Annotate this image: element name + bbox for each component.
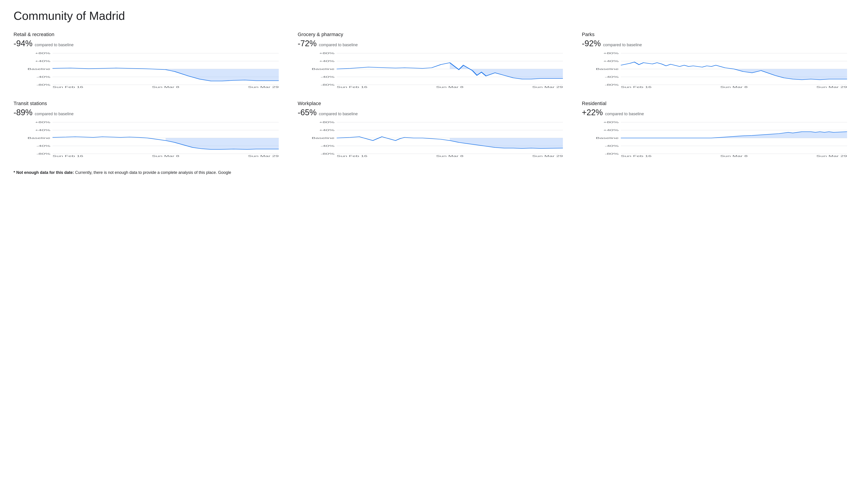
charts-grid: Retail & recreation-94%compared to basel… (13, 32, 853, 160)
svg-text:Sun Mar 29: Sun Mar 29 (248, 155, 279, 157)
svg-text:Sun Mar 29: Sun Mar 29 (817, 155, 847, 157)
svg-text:Sun Mar 8: Sun Mar 8 (720, 86, 748, 88)
chart-transit: +80%+40%Baseline-40%-80%Sun Feb 16Sun Ma… (13, 120, 284, 160)
svg-text:-40%: -40% (321, 145, 335, 147)
card-residential: Residential+22%compared to baseline+80%+… (582, 101, 853, 160)
footer-bold: * Not enough data for this date: (13, 170, 74, 175)
svg-text:+40%: +40% (603, 60, 619, 63)
stat-label-retail: compared to baseline (35, 43, 74, 47)
card-stat-residential: +22%compared to baseline (582, 108, 853, 117)
card-title-residential: Residential (582, 101, 853, 107)
stat-label-grocery: compared to baseline (319, 43, 358, 47)
svg-text:+80%: +80% (319, 121, 334, 124)
stat-label-workplace: compared to baseline (319, 112, 358, 116)
svg-text:Sun Mar 8: Sun Mar 8 (152, 155, 179, 157)
svg-text:+40%: +40% (35, 60, 50, 63)
svg-text:Baseline: Baseline (27, 137, 50, 139)
svg-text:Sun Mar 29: Sun Mar 29 (532, 155, 563, 157)
svg-text:+80%: +80% (603, 121, 619, 124)
svg-text:+80%: +80% (35, 52, 50, 55)
stat-value-workplace: -65% (298, 108, 317, 117)
svg-text:Sun Mar 8: Sun Mar 8 (720, 155, 748, 157)
svg-text:-40%: -40% (605, 145, 619, 147)
card-title-grocery: Grocery & pharmacy (298, 32, 568, 37)
svg-text:Sun Mar 8: Sun Mar 8 (436, 86, 464, 88)
card-grocery: Grocery & pharmacy-72%compared to baseli… (298, 32, 568, 91)
svg-text:+40%: +40% (319, 60, 334, 63)
svg-text:-80%: -80% (36, 153, 51, 155)
svg-text:-40%: -40% (321, 76, 335, 78)
stat-value-retail: -94% (13, 39, 32, 48)
chart-retail: +80%+40%Baseline-40%-80%Sun Feb 16Sun Ma… (13, 51, 284, 91)
card-stat-transit: -89%compared to baseline (13, 108, 284, 117)
card-workplace: Workplace-65%compared to baseline+80%+40… (298, 101, 568, 160)
stat-label-residential: compared to baseline (605, 112, 644, 116)
card-title-workplace: Workplace (298, 101, 568, 107)
card-title-retail: Retail & recreation (13, 32, 284, 37)
card-retail: Retail & recreation-94%compared to basel… (13, 32, 284, 91)
chart-parks: +80%+40%Baseline-40%-80%Sun Feb 16Sun Ma… (582, 51, 853, 91)
svg-text:Sun Mar 8: Sun Mar 8 (152, 86, 179, 88)
footer-note: * Not enough data for this date: Current… (13, 170, 853, 176)
page-title: Community of Madrid (13, 9, 853, 23)
svg-text:+80%: +80% (603, 52, 619, 55)
svg-text:+40%: +40% (603, 129, 619, 132)
footer-text: Currently, there is not enough data to p… (74, 170, 231, 175)
svg-text:Baseline: Baseline (596, 68, 619, 70)
svg-text:Sun Mar 8: Sun Mar 8 (436, 155, 464, 157)
svg-text:-80%: -80% (36, 83, 51, 86)
svg-text:Baseline: Baseline (27, 68, 50, 70)
svg-text:-80%: -80% (605, 153, 619, 155)
card-stat-grocery: -72%compared to baseline (298, 39, 568, 48)
svg-text:Sun Feb 16: Sun Feb 16 (337, 86, 367, 88)
svg-text:Sun Feb 16: Sun Feb 16 (53, 86, 83, 88)
svg-text:-80%: -80% (605, 83, 619, 86)
svg-text:+40%: +40% (35, 129, 50, 132)
svg-text:Sun Feb 16: Sun Feb 16 (621, 155, 652, 157)
svg-text:+80%: +80% (319, 52, 334, 55)
chart-grocery: +80%+40%Baseline-40%-80%Sun Feb 16Sun Ma… (298, 51, 568, 91)
svg-text:Baseline: Baseline (312, 137, 334, 139)
svg-text:-40%: -40% (36, 145, 51, 147)
stat-label-transit: compared to baseline (35, 112, 74, 116)
svg-text:-40%: -40% (605, 76, 619, 78)
card-stat-workplace: -65%compared to baseline (298, 108, 568, 117)
card-transit: Transit stations-89%compared to baseline… (13, 101, 284, 160)
stat-value-grocery: -72% (298, 39, 317, 48)
stat-label-parks: compared to baseline (603, 43, 642, 47)
card-stat-parks: -92%compared to baseline (582, 39, 853, 48)
chart-residential: +80%+40%Baseline-40%-80%Sun Feb 16Sun Ma… (582, 120, 853, 160)
svg-text:Sun Feb 16: Sun Feb 16 (337, 155, 367, 157)
svg-text:Sun Mar 29: Sun Mar 29 (532, 86, 563, 88)
svg-text:Sun Feb 16: Sun Feb 16 (53, 155, 83, 157)
svg-text:-80%: -80% (321, 153, 335, 155)
svg-text:Sun Feb 16: Sun Feb 16 (621, 86, 652, 88)
svg-text:Sun Mar 29: Sun Mar 29 (248, 86, 279, 88)
svg-text:Sun Mar 29: Sun Mar 29 (817, 86, 847, 88)
card-title-transit: Transit stations (13, 101, 284, 107)
svg-text:+80%: +80% (35, 121, 50, 124)
stat-value-parks: -92% (582, 39, 601, 48)
svg-text:Baseline: Baseline (312, 68, 334, 70)
stat-value-residential: +22% (582, 108, 603, 117)
svg-text:-80%: -80% (321, 83, 335, 86)
chart-workplace: +80%+40%Baseline-40%-80%Sun Feb 16Sun Ma… (298, 120, 568, 160)
svg-text:+40%: +40% (319, 129, 334, 132)
card-parks: Parks-92%compared to baseline+80%+40%Bas… (582, 32, 853, 91)
svg-text:-40%: -40% (36, 76, 51, 78)
card-stat-retail: -94%compared to baseline (13, 39, 284, 48)
stat-value-transit: -89% (13, 108, 32, 117)
svg-text:Baseline: Baseline (596, 137, 619, 139)
card-title-parks: Parks (582, 32, 853, 37)
